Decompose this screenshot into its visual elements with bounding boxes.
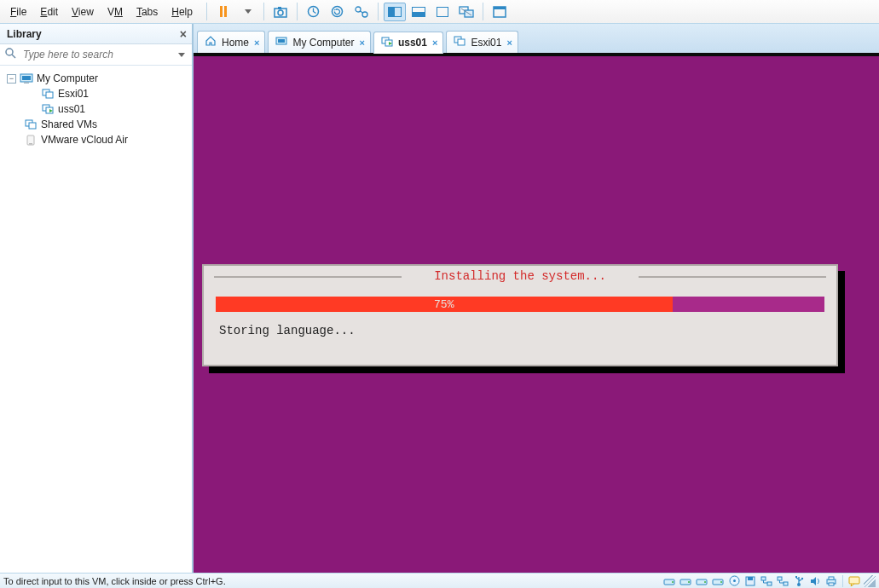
- messages-icon[interactable]: [847, 575, 861, 587]
- svg-rect-18: [46, 92, 53, 98]
- search-icon: [5, 48, 16, 61]
- svg-point-51: [801, 578, 803, 579]
- tree-vcloud-air[interactable]: VMware vCloud Air: [3, 132, 188, 147]
- home-icon: [205, 36, 217, 49]
- content-area: Home × My Computer × uss01 ×: [193, 24, 879, 573]
- fullscreen-button[interactable]: [489, 3, 511, 21]
- svg-rect-53: [829, 577, 834, 579]
- installer-title: Installing the system...: [204, 269, 836, 283]
- view-multi-monitor-button[interactable]: [455, 3, 477, 21]
- tab-label: Home: [222, 37, 249, 49]
- svg-rect-50: [795, 576, 797, 578]
- tab-mycomputer[interactable]: My Computer ×: [268, 31, 370, 53]
- svg-rect-11: [494, 7, 506, 9]
- tab-close-button[interactable]: ×: [359, 37, 364, 48]
- device-harddisk-icon[interactable]: [679, 575, 692, 587]
- tab-close-button[interactable]: ×: [254, 37, 259, 48]
- svg-rect-44: [748, 577, 753, 580]
- device-cdrom-icon[interactable]: [727, 575, 741, 587]
- svg-point-12: [6, 49, 13, 55]
- library-title: Library: [7, 28, 42, 40]
- tab-label: Esxi01: [471, 37, 501, 49]
- menu-vm[interactable]: VM: [101, 3, 130, 21]
- menu-file-rest: ile: [16, 6, 26, 18]
- svg-rect-39: [713, 579, 723, 585]
- tray-separator: [842, 575, 843, 587]
- menu-file[interactable]: File: [3, 3, 33, 21]
- snapshot-revert-button[interactable]: [327, 3, 349, 21]
- svg-rect-7: [460, 7, 468, 14]
- svg-rect-48: [784, 582, 788, 585]
- svg-point-41: [730, 576, 739, 585]
- svg-point-36: [688, 581, 690, 583]
- device-network-icon[interactable]: [776, 575, 789, 587]
- tab-label: My Computer: [292, 37, 354, 49]
- progress-text: 75%: [434, 298, 454, 311]
- device-usb-icon[interactable]: [792, 575, 806, 587]
- tab-esxi01[interactable]: Esxi01 ×: [446, 31, 518, 53]
- svg-rect-47: [778, 577, 782, 580]
- pause-button[interactable]: [212, 3, 234, 21]
- menu-bar: File Edit View VM Tabs Help: [0, 0, 879, 24]
- menu-help[interactable]: Help: [165, 3, 200, 21]
- tab-close-button[interactable]: ×: [432, 37, 437, 48]
- tree-vm-uss01[interactable]: uss01: [3, 101, 188, 117]
- power-dropdown[interactable]: [236, 3, 258, 21]
- menu-items: File Edit View VM Tabs Help: [0, 0, 203, 23]
- svg-rect-1: [278, 7, 281, 9]
- device-harddisk-icon[interactable]: [662, 575, 676, 587]
- svg-rect-0: [275, 9, 286, 17]
- tree-shared-vms[interactable]: Shared VMs: [3, 117, 188, 132]
- svg-rect-33: [664, 579, 674, 585]
- menu-view[interactable]: View: [65, 3, 101, 21]
- search-filter-dropdown[interactable]: [178, 53, 185, 57]
- svg-rect-26: [276, 37, 286, 44]
- computer-icon: [275, 37, 287, 49]
- library-close-button[interactable]: ×: [180, 27, 187, 41]
- snapshot-button[interactable]: [269, 3, 292, 21]
- snapshot-take-button[interactable]: [303, 3, 325, 21]
- svg-point-3: [309, 7, 319, 17]
- vm-console[interactable]: Installing the system... 75% Storing lan…: [194, 56, 879, 573]
- tab-close-button[interactable]: ×: [506, 37, 512, 48]
- device-network-icon[interactable]: [760, 575, 773, 587]
- svg-point-38: [704, 581, 706, 583]
- tab-strip: Home × My Computer × uss01 ×: [194, 24, 879, 53]
- svg-rect-14: [20, 74, 32, 82]
- svg-point-6: [362, 12, 367, 17]
- device-harddisk-icon[interactable]: [695, 575, 708, 587]
- svg-rect-54: [829, 583, 834, 585]
- svg-rect-10: [494, 7, 506, 17]
- device-harddisk-icon[interactable]: [711, 575, 725, 587]
- menu-edit[interactable]: Edit: [33, 3, 65, 21]
- device-sound-icon[interactable]: [808, 575, 822, 587]
- device-printer-icon[interactable]: [824, 575, 838, 587]
- svg-point-40: [720, 581, 722, 583]
- device-floppy-icon[interactable]: [743, 575, 757, 587]
- vm-screen-wrap: Installing the system... 75% Storing lan…: [194, 53, 879, 573]
- svg-marker-30: [389, 42, 392, 45]
- tab-home[interactable]: Home ×: [197, 31, 265, 53]
- tree-my-computer[interactable]: − My Computer: [3, 71, 188, 86]
- library-tree: − My Computer Esxi01 uss01: [0, 66, 192, 153]
- view-console-button[interactable]: [384, 3, 406, 21]
- library-header: Library ×: [0, 24, 192, 44]
- svg-rect-43: [746, 577, 755, 585]
- svg-rect-55: [849, 577, 859, 584]
- view-unity-button[interactable]: [431, 3, 454, 21]
- snapshot-manager-button[interactable]: [350, 3, 373, 21]
- search-input[interactable]: [21, 48, 173, 61]
- collapse-icon[interactable]: −: [7, 74, 16, 84]
- svg-point-34: [672, 581, 674, 583]
- menu-tabs[interactable]: Tabs: [130, 3, 165, 21]
- svg-point-4: [333, 7, 343, 17]
- progress-bar: 75%: [216, 297, 824, 312]
- svg-rect-28: [382, 37, 389, 43]
- device-tray: [662, 575, 876, 587]
- svg-point-2: [278, 10, 283, 15]
- tab-uss01[interactable]: uss01 ×: [373, 32, 443, 54]
- view-thumbnail-button[interactable]: [408, 3, 430, 21]
- svg-rect-17: [43, 89, 49, 95]
- tree-vm-esxi01[interactable]: Esxi01: [3, 86, 188, 101]
- resize-grip[interactable]: [864, 575, 876, 587]
